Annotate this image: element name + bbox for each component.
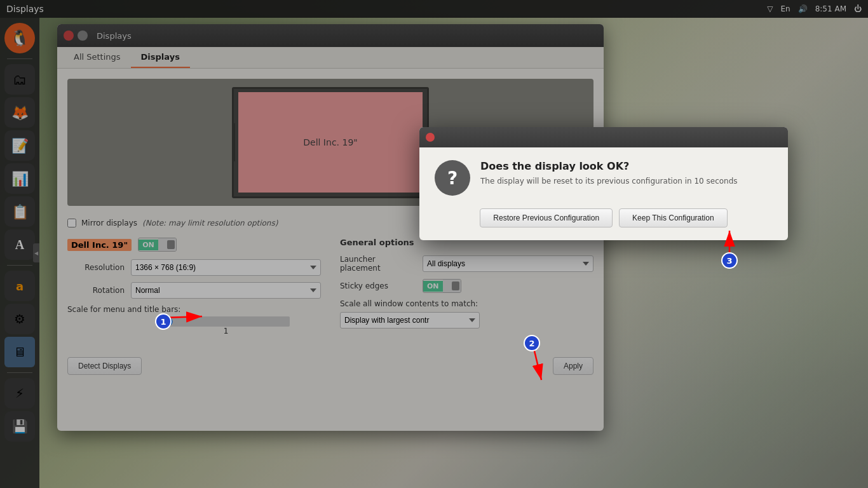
annotation-3: 3 <box>721 252 738 269</box>
dialog-close-btn[interactable] <box>426 133 435 142</box>
dialog-title: Does the display look OK? <box>480 160 773 172</box>
dialog-content: ? Does the display look OK? The display … <box>419 147 788 208</box>
annotation-1: 1 <box>155 313 172 330</box>
dialog-box: ? Does the display look OK? The display … <box>419 127 788 240</box>
dialog-subtitle: The display will be reset to its previou… <box>480 176 773 187</box>
dialog-overlay: ? Does the display look OK? The display … <box>0 0 868 488</box>
dialog-titlebar <box>419 127 788 147</box>
keep-config-button[interactable]: Keep This Configuration <box>619 208 728 227</box>
dialog-question-icon: ? <box>435 160 470 196</box>
annotation-2: 2 <box>524 335 540 351</box>
restore-config-button[interactable]: Restore Previous Configuration <box>480 208 613 227</box>
dialog-text: Does the display look OK? The display wi… <box>480 160 773 187</box>
desktop: 1 2 3 Displays ▽ En 🔊 8:51 AM ⏻ 🐧 🗂 🦊 📝 <box>0 0 868 488</box>
dialog-buttons: Restore Previous Configuration Keep This… <box>419 208 788 240</box>
